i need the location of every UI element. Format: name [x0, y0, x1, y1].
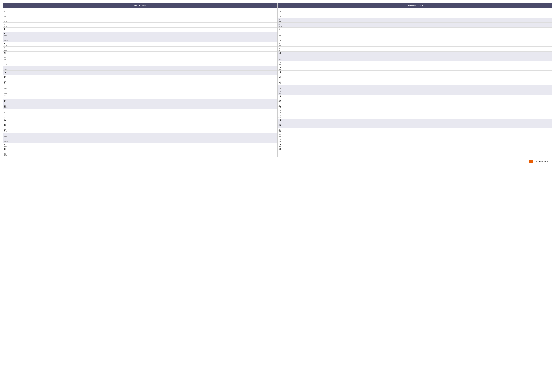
- day-name: MING: [4, 107, 8, 108]
- day-number: 12: [4, 62, 8, 64]
- day-row: 30JUM: [278, 148, 552, 152]
- day-number: 10: [279, 52, 282, 54]
- day-number: 15: [4, 76, 8, 78]
- day-name: SEN: [279, 30, 282, 32]
- day-row: 7MING: [3, 37, 278, 42]
- day-cell: 20SEL: [279, 100, 282, 104]
- day-cell: 6SAB: [4, 33, 8, 36]
- day-number: 10: [4, 52, 8, 54]
- day-cell: 3SAB: [279, 18, 282, 22]
- page: Agustus 2022 1SEN2SEL3RAB4KAM5JUM6SAB7MI…: [0, 0, 555, 392]
- day-name: SEN: [279, 64, 282, 65]
- day-name: RAB: [279, 40, 282, 41]
- day-name: MING: [4, 141, 8, 142]
- day-name: SEN: [4, 146, 8, 147]
- day-row: 17RAB: [3, 85, 278, 90]
- day-cell: 23JUM: [279, 114, 282, 118]
- day-row: 24RAB: [3, 119, 278, 123]
- day-row: 10RAB: [3, 51, 278, 56]
- day-number: 7: [279, 37, 282, 40]
- day-number: 8: [4, 42, 8, 45]
- day-name: SAB: [279, 88, 282, 89]
- day-name: SAB: [4, 69, 8, 70]
- day-cell: 10RAB: [4, 52, 8, 56]
- day-name: SAB: [279, 121, 282, 123]
- day-number: 25: [279, 124, 282, 126]
- day-name: MING: [279, 26, 282, 27]
- calendars-container: Agustus 2022 1SEN2SEL3RAB4KAM5JUM6SAB7MI…: [3, 3, 552, 157]
- day-cell: 15SEN: [4, 76, 8, 79]
- day-cell: 17RAB: [4, 86, 8, 89]
- day-cell: 13SAB: [4, 66, 8, 70]
- day-row: 31RAB: [3, 152, 278, 157]
- day-row: 6SEL: [278, 32, 552, 37]
- day-cell: 5JUM: [4, 28, 8, 32]
- day-row: 6SAB: [3, 32, 278, 37]
- day-name: KAM: [279, 112, 282, 113]
- day-row: 11KAM: [3, 56, 278, 61]
- day-cell: 25MING: [279, 124, 282, 128]
- day-cell: 29KAM: [279, 143, 282, 147]
- day-name: KAM: [279, 78, 282, 80]
- day-name: JUM: [279, 83, 282, 84]
- day-row: 25KAM: [3, 123, 278, 128]
- day-number: 23: [4, 114, 8, 117]
- day-name: SAB: [279, 54, 282, 56]
- day-row: 19SEN: [278, 95, 552, 100]
- agustus-header: Agustus 2022: [3, 3, 278, 8]
- day-cell: 16SEL: [4, 81, 8, 84]
- day-cell: 4KAM: [4, 23, 8, 27]
- day-number: 4: [4, 23, 8, 25]
- day-number: 18: [279, 90, 282, 93]
- day-name: RAB: [279, 73, 282, 75]
- day-row: 20SAB: [3, 100, 278, 104]
- day-number: 16: [4, 81, 8, 83]
- day-number: 11: [4, 57, 8, 59]
- day-cell: 30SEL: [4, 148, 8, 152]
- day-number: 26: [279, 129, 282, 131]
- day-cell: 1SEN: [4, 9, 8, 12]
- day-row: 8KAM: [278, 42, 552, 47]
- day-row: 23SEL: [3, 114, 278, 119]
- day-name: SEL: [4, 83, 8, 84]
- logo-number: 7: [531, 161, 531, 163]
- day-number: 13: [279, 66, 282, 69]
- day-cell: 27SEL: [279, 134, 282, 137]
- day-cell: 14RAB: [279, 71, 282, 75]
- day-cell: 21RAB: [279, 105, 282, 108]
- day-row: 3SAB: [278, 18, 552, 23]
- day-name: MING: [4, 73, 8, 75]
- day-number: 17: [279, 86, 282, 88]
- day-cell: 26JUM: [4, 129, 8, 132]
- day-name: KAM: [279, 11, 282, 12]
- day-number: 30: [4, 148, 8, 150]
- day-row: 1SEN: [3, 8, 278, 13]
- day-row: 17SAB: [278, 85, 552, 90]
- day-name: MING: [4, 40, 8, 41]
- day-cell: 9JUM: [279, 47, 282, 51]
- day-cell: 8KAM: [279, 42, 282, 46]
- day-number: 13: [4, 66, 8, 69]
- day-cell: 30JUM: [279, 148, 282, 152]
- day-number: 21: [4, 105, 8, 107]
- day-name: JUM: [279, 150, 282, 152]
- day-row: 20SEL: [278, 100, 552, 104]
- day-row: 21MING: [3, 104, 278, 109]
- day-cell: 13SEL: [279, 66, 282, 70]
- day-name: SAB: [4, 35, 8, 36]
- day-row: 5JUM: [3, 28, 278, 32]
- day-row: 4MING: [278, 23, 552, 27]
- day-cell: 18MING: [279, 90, 282, 94]
- day-cell: 12JUM: [4, 62, 8, 65]
- day-cell: 23SEL: [4, 114, 8, 118]
- day-number: 29: [4, 143, 8, 145]
- day-cell: 3RAB: [4, 18, 8, 22]
- day-cell: 5SEN: [279, 28, 282, 32]
- day-name: MING: [279, 59, 282, 60]
- day-cell: 14MING: [4, 71, 8, 75]
- day-cell: 20SAB: [4, 100, 8, 104]
- day-row: 19JUM: [3, 95, 278, 100]
- day-name: RAB: [279, 141, 282, 142]
- day-row: 18MING: [278, 90, 552, 95]
- day-row: 29KAM: [278, 143, 552, 148]
